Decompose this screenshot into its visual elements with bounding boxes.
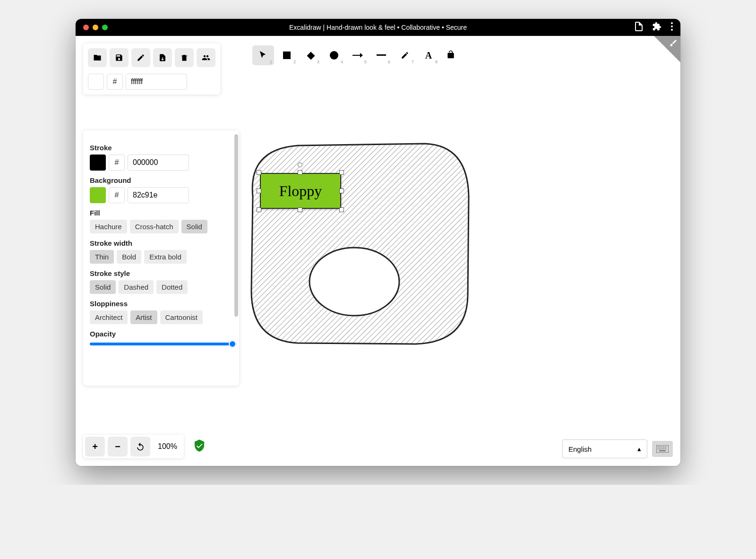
svg-rect-20 — [659, 450, 666, 451]
svg-rect-19 — [665, 448, 666, 449]
text-tool[interactable]: A 8 — [418, 45, 439, 65]
svg-rect-12 — [662, 447, 662, 447]
svg-rect-17 — [662, 448, 662, 449]
zoom-out-button[interactable]: − — [108, 437, 128, 456]
resize-handle-w[interactable] — [257, 189, 261, 193]
extension-icon[interactable] — [652, 22, 662, 33]
rectangle-tool[interactable]: 2 — [276, 45, 298, 65]
arrow-tool[interactable]: 5 — [347, 45, 369, 65]
svg-rect-16 — [660, 448, 661, 449]
traffic-lights — [83, 25, 108, 30]
window-title: Excalidraw | Hand-drawn look & feel • Co… — [76, 24, 680, 31]
background-color-input[interactable] — [128, 187, 189, 203]
language-select[interactable]: English ▴ — [562, 439, 647, 458]
file-icon[interactable] — [635, 22, 643, 33]
svg-rect-5 — [283, 52, 291, 59]
zoom-value: 100% — [153, 437, 182, 456]
shape-properties-panel: Stroke # Background # Fill Hachure Cross… — [83, 130, 239, 386]
clear-canvas-button[interactable] — [175, 48, 194, 67]
export-button[interactable] — [153, 48, 172, 67]
maximize-window-button[interactable] — [102, 25, 108, 30]
svg-rect-15 — [658, 448, 659, 449]
svg-rect-11 — [660, 447, 661, 447]
svg-rect-6 — [307, 52, 315, 60]
panel-scrollbar[interactable] — [234, 134, 238, 317]
svg-point-7 — [330, 51, 338, 60]
resize-handle-nw[interactable] — [257, 170, 261, 175]
bottom-right: English ▴ — [562, 439, 673, 458]
background-label: Background — [90, 176, 232, 184]
svg-point-4 — [309, 248, 399, 316]
app-window: Excalidraw | Hand-drawn look & feel • Co… — [76, 19, 680, 466]
resize-handle-sw[interactable] — [257, 207, 261, 212]
collaborate-button[interactable] — [197, 48, 215, 67]
zoom-reset-button[interactable] — [130, 437, 150, 456]
line-tool[interactable]: 6 — [370, 45, 392, 65]
minimize-window-button[interactable] — [93, 25, 98, 30]
sloppiness-cartoonist[interactable]: Cartoonist — [160, 310, 203, 324]
opacity-slider-thumb[interactable] — [229, 340, 236, 348]
svg-rect-10 — [658, 447, 659, 447]
zoom-controls: + − 100% — [83, 435, 184, 458]
stroke-width-label: Stroke width — [90, 239, 232, 247]
language-value: English — [568, 445, 592, 453]
resize-handle-ne[interactable] — [339, 170, 344, 175]
file-panel: # — [83, 43, 220, 95]
zoom-in-button[interactable]: + — [85, 437, 105, 456]
floppy-shape[interactable] — [246, 140, 472, 353]
svg-rect-13 — [663, 447, 664, 447]
sloppiness-label: Sloppiness — [90, 300, 232, 308]
resize-handle-n[interactable] — [298, 170, 302, 175]
resize-handle-se[interactable] — [339, 207, 344, 212]
open-button[interactable] — [88, 48, 107, 67]
stroke-color-input[interactable] — [128, 155, 189, 171]
stroke-width-thin[interactable]: Thin — [90, 250, 114, 264]
selection-tool[interactable]: 1 — [252, 45, 274, 65]
svg-rect-8 — [377, 54, 386, 56]
svg-point-0 — [671, 22, 673, 24]
save-as-button[interactable] — [131, 48, 150, 67]
hash-label: # — [109, 155, 125, 171]
brush-icon — [669, 39, 678, 49]
opacity-slider[interactable] — [90, 343, 232, 345]
keyboard-shortcuts-button[interactable] — [652, 441, 673, 457]
stroke-width-bold[interactable]: Bold — [117, 250, 141, 264]
resize-handle-e[interactable] — [339, 189, 344, 193]
chevron-up-icon: ▴ — [637, 445, 641, 453]
sloppiness-artist[interactable]: Artist — [130, 310, 157, 324]
titlebar-actions — [635, 22, 673, 33]
svg-rect-18 — [663, 448, 664, 449]
canvas-bg-swatch[interactable] — [88, 74, 104, 90]
sloppiness-architect[interactable]: Architect — [90, 310, 128, 324]
app-body: Floppy # — [76, 36, 680, 466]
canvas-bg-input[interactable] — [126, 74, 187, 90]
svg-rect-14 — [665, 447, 666, 447]
fill-hachure[interactable]: Hachure — [90, 220, 127, 233]
encrypted-shield-icon — [194, 439, 205, 454]
floppy-text-element[interactable]: Floppy — [260, 173, 341, 209]
hash-label: # — [107, 74, 123, 90]
resize-handle-s[interactable] — [298, 207, 302, 212]
svg-point-2 — [671, 29, 673, 31]
close-window-button[interactable] — [83, 25, 89, 30]
stroke-style-dotted[interactable]: Dotted — [156, 280, 188, 294]
stroke-style-dashed[interactable]: Dashed — [119, 280, 154, 294]
rotation-handle[interactable] — [298, 163, 302, 167]
ellipse-tool[interactable]: 4 — [323, 45, 345, 65]
bottom-bar: + − 100% — [83, 435, 205, 458]
stroke-swatch[interactable] — [90, 155, 106, 171]
save-button[interactable] — [110, 48, 129, 67]
stroke-width-extra[interactable]: Extra bold — [144, 250, 187, 264]
diamond-tool[interactable]: 3 — [300, 45, 321, 65]
tool-strip: 1 2 3 4 5 6 7 — [250, 43, 457, 67]
fill-crosshatch[interactable]: Cross-hatch — [130, 220, 179, 233]
background-swatch[interactable] — [90, 187, 106, 203]
lock-tool-toggle[interactable] — [446, 50, 455, 61]
fill-label: Fill — [90, 209, 232, 217]
hash-label: # — [109, 187, 125, 203]
draw-tool[interactable]: 7 — [394, 45, 416, 65]
fill-solid[interactable]: Solid — [181, 220, 207, 233]
stroke-style-solid[interactable]: Solid — [90, 280, 116, 294]
opacity-label: Opacity — [90, 330, 232, 338]
kebab-menu-icon[interactable] — [671, 22, 673, 33]
